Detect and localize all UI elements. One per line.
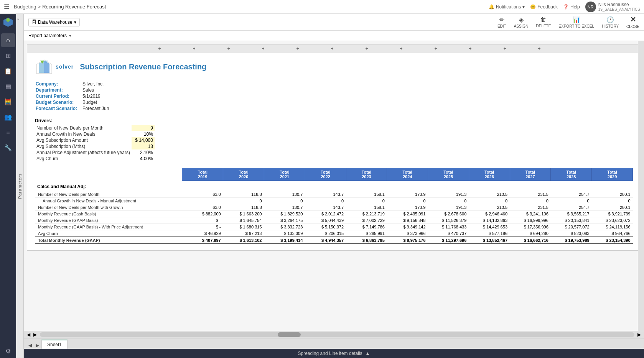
scroll-track[interactable]: [40, 332, 634, 337]
logo-icon: [3, 17, 13, 28]
col-add-btn-5[interactable]: +: [280, 45, 315, 52]
help-button[interactable]: ❓ Help: [563, 4, 580, 10]
warehouse-selector[interactable]: 🗄 Data Warehouse ▾: [28, 18, 80, 26]
param-value: Silver, Inc.: [82, 81, 109, 87]
col-add-btn-6[interactable]: +: [315, 45, 349, 52]
col-add-btn-11[interactable]: +: [488, 45, 522, 52]
scroll-thumb[interactable]: [278, 332, 301, 337]
sidebar-item-settings[interactable]: ⚙: [1, 344, 15, 358]
cell-2-4: 158.1: [346, 204, 387, 211]
sidebar-item-tools[interactable]: 🔧: [1, 141, 15, 154]
hamburger-icon[interactable]: ☰: [4, 3, 9, 10]
sidebar-item-grid[interactable]: ⊞: [1, 49, 15, 62]
sidebar-item-calculator[interactable]: 🧮: [1, 95, 15, 108]
col-add-btn-4[interactable]: +: [246, 45, 280, 52]
cell-3-7: $ 2,946,460: [469, 211, 510, 217]
cell-7-9: $ 19,753,989: [551, 237, 592, 244]
cell-3-6: $ 2,678,600: [428, 211, 469, 217]
col-add-btn-3[interactable]: +: [211, 45, 246, 52]
param-value: Sales: [82, 87, 109, 93]
col-add-btn-1[interactable]: +: [142, 45, 177, 52]
cell-6-6: $ 470,737: [428, 230, 469, 237]
cell-4-0: $ -: [182, 217, 223, 224]
report-params-label[interactable]: Report parameters: [28, 33, 67, 38]
cell-7-10: $ 23,154,390: [592, 237, 633, 244]
cell-0-5: 173.9: [387, 191, 428, 198]
sheet-tabs: ◀ ▶ Sheet1: [24, 338, 644, 349]
cell-7-0: $ 407,897: [182, 237, 223, 244]
sheet-tab-1[interactable]: Sheet1: [41, 340, 68, 349]
status-bar[interactable]: Spreading and Line item details ▲: [24, 349, 644, 358]
data-table: Total2019Total2020Total2021Total2022Tota…: [35, 168, 633, 244]
col-add-btn-7[interactable]: +: [349, 45, 384, 52]
icon-sidebar: ⌂ ⊞ 📋 ▤ 🧮 👥 ≡ 🔧 ⚙: [0, 14, 16, 358]
spreadsheet-container[interactable]: + + + + + + + + + + + +: [24, 41, 644, 331]
sheet-nav-left[interactable]: ◀: [27, 342, 33, 349]
scroll-left-icon[interactable]: ◀: [27, 332, 30, 337]
cell-0-2: 130.7: [264, 191, 305, 198]
breadcrumb-parent[interactable]: Budgeting: [14, 4, 36, 10]
assign-button[interactable]: ◈ ASSIGN: [514, 16, 529, 28]
cell-6-0: $ 46,929: [182, 230, 223, 237]
param-value: Budget: [82, 100, 109, 105]
param-label: Company:: [36, 81, 82, 87]
driver-value: 9: [132, 125, 155, 131]
cell-2-6: 191.3: [428, 204, 469, 211]
feedback-button[interactable]: 😊 Feedback: [530, 4, 558, 10]
cell-1-7: 0: [469, 198, 510, 204]
edit-button[interactable]: ✏ EDIT: [497, 16, 506, 28]
sheet-nav-right[interactable]: ▶: [34, 342, 41, 349]
cell-3-3: $ 2,012,472: [305, 211, 346, 217]
cell-6-1: $ 67,213: [223, 230, 264, 237]
delete-button[interactable]: 🗑 DELETE: [536, 16, 551, 28]
solver-logo-icon: [35, 59, 53, 74]
main-layout: ⌂ ⊞ 📋 ▤ 🧮 👥 ≡ 🔧 ⚙ » Parameters 🗄 Data Wa…: [0, 14, 644, 358]
edit-icon: ✏: [499, 16, 504, 23]
cell-6-4: $ 285,991: [346, 230, 387, 237]
row-label: Annual Growth in New Deals - Manual Adju…: [35, 198, 182, 204]
col-add-btn-2[interactable]: +: [177, 45, 211, 52]
user-role: 19_SALES_ANALYTICS: [598, 7, 640, 11]
driver-value: 2.10%: [132, 149, 155, 156]
cell-4-6: $ 11,526,379: [428, 217, 469, 224]
sidebar-item-list[interactable]: ≡: [1, 125, 15, 139]
col-add-btn-10[interactable]: +: [453, 45, 488, 52]
row-label: Number of New Deals per Month: [35, 191, 182, 198]
cell-2-10: 280.1: [592, 204, 633, 211]
solver-logo: solver: [35, 59, 74, 74]
col-add-btn-8[interactable]: +: [384, 45, 418, 52]
cell-6-8: $ 694,280: [510, 230, 551, 237]
sidebar-item-home[interactable]: ⌂: [1, 33, 15, 47]
report-params-bar: Report parameters ▾: [24, 31, 644, 41]
cell-5-10: $ 24,119,156: [592, 224, 633, 230]
row-label: Monthly Revenue (GAAP Basis) - With Pric…: [35, 224, 182, 230]
cell-0-4: 158.1: [346, 191, 387, 198]
help-icon: ❓: [563, 4, 569, 10]
row-label: Number of New Deals per Month with Growt…: [35, 204, 182, 211]
driver-value: 10%: [132, 131, 155, 137]
right-scrollbar[interactable]: [638, 41, 644, 331]
scroll-right-icon[interactable]: ▶: [33, 332, 37, 337]
cell-1-0: [182, 198, 223, 204]
cell-1-6: 0: [428, 198, 469, 204]
col-add-btn-9[interactable]: +: [418, 45, 453, 52]
table-row: Number of New Deals per Month with Growt…: [35, 204, 633, 211]
col-add-btn-12[interactable]: +: [522, 45, 557, 52]
cell-1-9: 0: [551, 198, 592, 204]
close-button[interactable]: ✕ > CLOSE: [626, 15, 639, 29]
scroll-end-icon[interactable]: ▶: [637, 332, 641, 337]
cell-6-7: $ 577,186: [469, 230, 510, 237]
report-params-chevron[interactable]: ▾: [69, 33, 71, 38]
export-excel-button[interactable]: 📊 EXPORT TO EXCEL: [558, 16, 594, 28]
params-sidebar[interactable]: » Parameters: [16, 14, 24, 358]
notifications-button[interactable]: 🔔 Notifications ▾: [489, 4, 525, 10]
expand-icon: »: [17, 17, 19, 21]
param-row: Company:Silver, Inc.: [36, 81, 109, 87]
history-button[interactable]: 🕐 HISTORY: [602, 16, 619, 28]
driver-row: Number of New Deals per Month9: [35, 125, 155, 131]
sidebar-item-reports[interactable]: ▤: [1, 79, 15, 93]
cell-5-2: $ 3,332,723: [264, 224, 305, 230]
sidebar-item-tasks[interactable]: 📋: [1, 64, 15, 78]
sidebar-item-users[interactable]: 👥: [1, 110, 15, 124]
cell-7-7: $ 13,852,467: [469, 237, 510, 244]
